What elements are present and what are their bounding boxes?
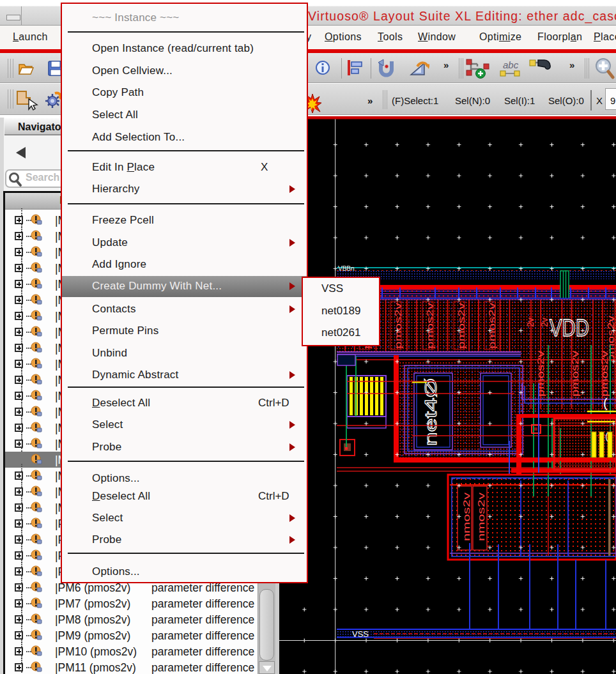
svg-text:abc: abc [503,59,519,70]
